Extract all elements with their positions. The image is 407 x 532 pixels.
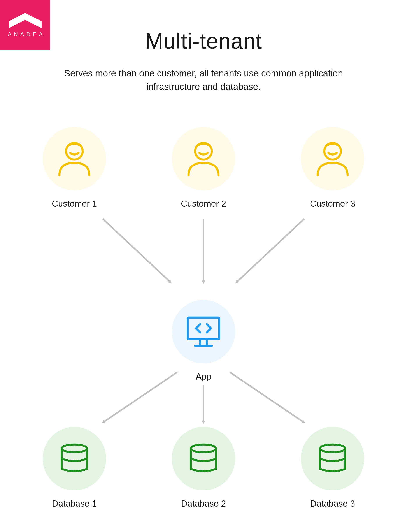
customer-node-3: Customer 3 bbox=[301, 127, 364, 209]
database-label: Database 1 bbox=[52, 499, 97, 508]
user-icon bbox=[43, 127, 106, 191]
database-node-2: Database 2 bbox=[172, 427, 235, 508]
customer-label: Customer 3 bbox=[310, 199, 355, 209]
svg-point-6 bbox=[191, 445, 216, 452]
svg-point-7 bbox=[320, 445, 345, 452]
customer-node-1: Customer 1 bbox=[43, 127, 106, 209]
svg-marker-0 bbox=[9, 13, 42, 28]
arrow-app-db1 bbox=[103, 372, 177, 422]
database-label: Database 3 bbox=[310, 499, 355, 508]
database-icon bbox=[43, 427, 106, 490]
logo-chevron-icon bbox=[9, 13, 42, 28]
customer-node-2: Customer 2 bbox=[172, 127, 235, 209]
arrow-customer3-app bbox=[236, 219, 304, 282]
database-node-3: Database 3 bbox=[301, 427, 364, 508]
customer-label: Customer 2 bbox=[181, 199, 226, 209]
svg-rect-4 bbox=[188, 318, 219, 339]
app-node: App bbox=[172, 300, 235, 381]
user-icon bbox=[172, 127, 235, 191]
code-monitor-icon bbox=[172, 300, 235, 363]
svg-point-5 bbox=[62, 445, 87, 452]
diagram-subtitle: Serves more than one customer, all tenan… bbox=[50, 67, 357, 94]
database-label: Database 2 bbox=[181, 499, 226, 508]
diagram-title: Multi-tenant bbox=[0, 28, 407, 54]
customer-label: Customer 1 bbox=[52, 199, 97, 209]
user-icon bbox=[301, 127, 364, 191]
arrow-app-db3 bbox=[230, 372, 304, 422]
arrow-customer1-app bbox=[103, 219, 171, 282]
database-icon bbox=[301, 427, 364, 490]
app-label: App bbox=[196, 372, 211, 381]
database-node-1: Database 1 bbox=[43, 427, 106, 508]
database-icon bbox=[172, 427, 235, 490]
diagram-header: Multi-tenant Serves more than one custom… bbox=[0, 28, 407, 94]
